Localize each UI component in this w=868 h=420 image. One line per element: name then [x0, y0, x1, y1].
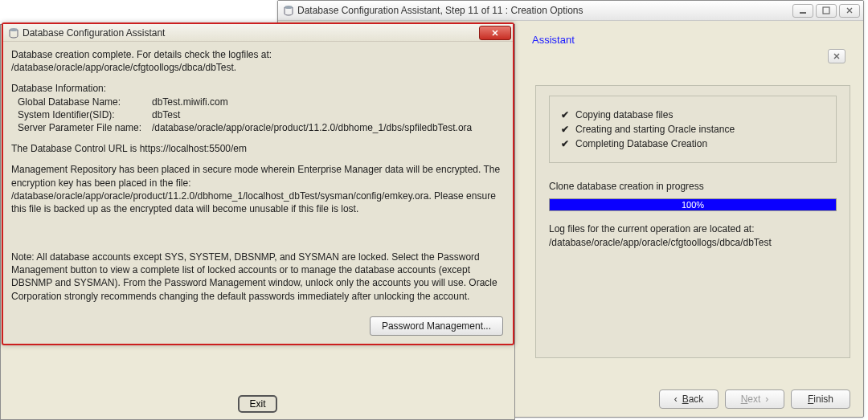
info-label-gdn: Global Database Name: [11, 96, 152, 108]
db-info-section: Database Information: Global Database Na… [11, 82, 505, 134]
close-button[interactable] [839, 4, 860, 18]
info-label-sid: System Identifier(SID): [11, 108, 152, 121]
finish-button[interactable]: Finish [791, 389, 850, 409]
next-button: Next › [725, 389, 784, 409]
info-label-spfile: Server Parameter File name: [11, 121, 152, 134]
next-label: ext [747, 393, 760, 405]
progress-text: 100% [550, 199, 836, 210]
dialog-body: Database creation complete. For details … [3, 42, 513, 317]
database-icon [283, 5, 294, 16]
database-icon [8, 27, 19, 39]
exit-label: Exit [249, 398, 265, 410]
log-location: Log files for the current operation are … [549, 222, 837, 250]
intro-line2: /database/oracle/app/oracle/cfgtoollogs/… [11, 61, 505, 74]
back-button[interactable]: ‹ Back [659, 389, 719, 409]
note-text: Note: All database accounts except SYS, … [11, 251, 505, 303]
step-label: Completing Database Creation [575, 138, 707, 149]
intro-line1: Database creation complete. For details … [11, 48, 505, 61]
wizard-titlebar[interactable]: Database Configuration Assistant, Step 1… [278, 1, 863, 21]
dialog-footer: Password Management... [370, 316, 503, 336]
url-line: The Database Control URL is https://loca… [11, 142, 505, 155]
db-info-header: Database Information: [11, 82, 505, 95]
info-value-sid: dbTest [152, 108, 505, 121]
shell-footer: Exit [1, 395, 514, 413]
wizard-title: Database Configuration Assistant, Step 1… [297, 5, 792, 16]
chevron-right-icon: › [765, 393, 768, 405]
dialog-title: Database Configuration Assistant [23, 27, 479, 39]
password-management-button[interactable]: Password Management... [370, 316, 503, 336]
panel-close-button[interactable] [828, 49, 845, 63]
check-icon: ✔ [561, 109, 569, 120]
step-row: ✔ Copying database files [561, 109, 825, 120]
info-value-gdn: dbTest.miwifi.com [152, 96, 505, 108]
info-row: Global Database Name: dbTest.miwifi.com [11, 96, 505, 108]
mgmt-repo-text: Management Repository has been placed in… [11, 163, 505, 215]
chevron-left-icon: ‹ [674, 393, 678, 405]
svg-point-3 [10, 28, 18, 31]
maximize-button[interactable] [816, 4, 837, 18]
log-location-line1: Log files for the current operation are … [549, 222, 837, 236]
completion-dialog: Database Configuration Assistant Databas… [2, 22, 514, 345]
exit-button[interactable]: Exit [238, 395, 276, 413]
step-label: Copying database files [575, 109, 673, 120]
password-management-label: Password Management... [382, 320, 491, 332]
steps-box: ✔ Copying database files ✔ Creating and … [549, 96, 837, 163]
svg-point-0 [285, 6, 293, 9]
window-controls [792, 4, 860, 18]
progress-panel: ✔ Copying database files ✔ Creating and … [535, 85, 850, 358]
minimize-button[interactable] [792, 4, 813, 18]
step-row: ✔ Creating and starting Oracle instance [561, 124, 825, 135]
info-row: Server Parameter File name: /database/or… [11, 121, 505, 134]
clone-db-label: Clone database creation in progress [549, 181, 837, 192]
svg-rect-1 [800, 12, 806, 14]
log-location-line2: /database/oracle/app/oracle/cfgtoollogs/… [549, 236, 837, 250]
svg-rect-2 [823, 7, 829, 14]
progress-bar: 100% [549, 198, 837, 211]
dialog-titlebar[interactable]: Database Configuration Assistant [3, 24, 513, 42]
info-row: System Identifier(SID): dbTest [11, 108, 505, 121]
check-icon: ✔ [561, 124, 569, 135]
dialog-close-button[interactable] [479, 26, 511, 40]
finish-label: inish [813, 393, 833, 405]
info-value-spfile: /database/oracle/app/oracle/product/11.2… [152, 121, 505, 134]
intro-section: Database creation complete. For details … [11, 48, 505, 74]
step-row: ✔ Completing Database Creation [561, 138, 825, 149]
check-icon: ✔ [561, 138, 569, 149]
step-label: Creating and starting Oracle instance [575, 124, 735, 135]
back-label: ack [689, 393, 704, 405]
